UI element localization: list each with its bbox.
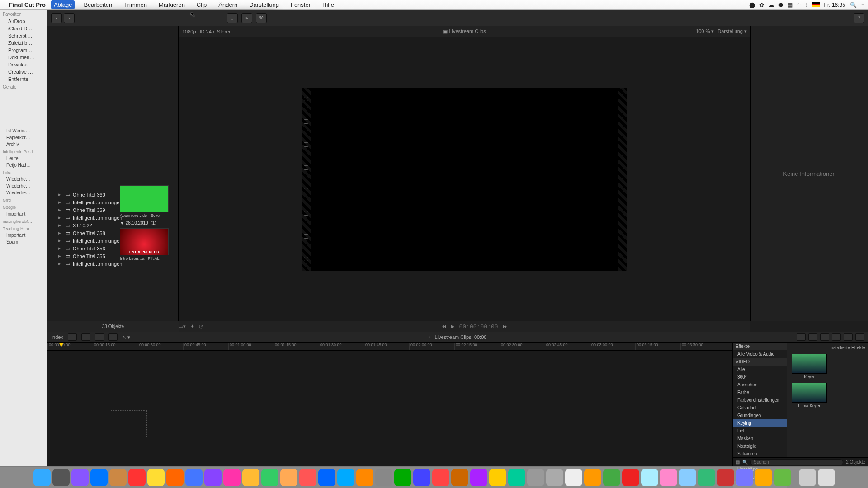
- connect-clip-button[interactable]: [68, 333, 77, 341]
- effects-category[interactable]: Grundlagen: [733, 412, 787, 419]
- input-source-flag-icon[interactable]: [812, 2, 820, 7]
- effects-category[interactable]: Alle: [733, 366, 787, 373]
- effects-category[interactable]: Nostalgie: [733, 442, 787, 450]
- overwrite-clip-button[interactable]: [108, 333, 118, 341]
- menu-ändern[interactable]: Ändern: [216, 0, 240, 9]
- mail-item[interactable]: Important: [0, 211, 47, 217]
- prev-button[interactable]: ⏮: [441, 324, 446, 329]
- dock-app[interactable]: [774, 469, 791, 486]
- menubar-extra-icon[interactable]: ☁: [769, 2, 774, 8]
- finder-item[interactable]: iCloud D…: [0, 25, 47, 32]
- zoom-level[interactable]: 100 % ▾: [696, 28, 714, 34]
- mail-item[interactable]: Important: [0, 232, 47, 239]
- keyword-button[interactable]: ⌁: [241, 13, 252, 23]
- wifi-icon[interactable]: ⌔: [797, 2, 800, 8]
- skimming-button[interactable]: [797, 333, 806, 341]
- finder-item[interactable]: Downloa…: [0, 61, 47, 68]
- dock-app[interactable]: [736, 469, 753, 486]
- clip-thumb[interactable]: ENTREPRENEUR: [120, 228, 169, 255]
- dock-app[interactable]: [755, 469, 772, 486]
- dock-app[interactable]: [52, 469, 70, 486]
- menubar-extra-icon[interactable]: ⬢: [778, 2, 783, 8]
- mail-item[interactable]: Petjo Had…: [0, 162, 47, 169]
- dock-app[interactable]: [717, 469, 734, 486]
- effects-browser-button[interactable]: [844, 333, 853, 341]
- dock-app[interactable]: [375, 469, 392, 486]
- finder-item[interactable]: Creative …: [0, 68, 47, 75]
- insert-clip-button[interactable]: [81, 333, 90, 341]
- index-button[interactable]: Index: [51, 334, 63, 340]
- back-history[interactable]: ‹: [429, 334, 431, 340]
- dock-app[interactable]: [527, 469, 544, 486]
- dock-app[interactable]: [109, 469, 127, 486]
- effect-thumb[interactable]: Luma-Keyer: [792, 383, 827, 408]
- dock-app[interactable]: [603, 469, 620, 486]
- dock-app[interactable]: [698, 469, 715, 486]
- timecode[interactable]: 00:00:00:00: [459, 323, 498, 330]
- dock-app[interactable]: [318, 469, 335, 486]
- dock-app[interactable]: [147, 469, 165, 486]
- mail-item[interactable]: Wiederhe…: [0, 189, 47, 196]
- solo-button[interactable]: [820, 333, 829, 341]
- play-button[interactable]: ▶: [451, 324, 454, 329]
- mail-item[interactable]: Archiv: [0, 141, 47, 148]
- bluetooth-icon[interactable]: ᛒ: [805, 2, 808, 8]
- dock-app[interactable]: [280, 469, 297, 486]
- dock-app[interactable]: [584, 469, 601, 486]
- dock-app[interactable]: [413, 469, 430, 486]
- menu-clip[interactable]: Clip: [194, 0, 209, 9]
- dock-app[interactable]: [356, 469, 373, 486]
- menu-markieren[interactable]: Markieren: [156, 0, 188, 9]
- back-button[interactable]: ‹: [51, 13, 62, 23]
- effects-category[interactable]: Alle Video & Audio: [733, 350, 787, 358]
- effects-layout-icon[interactable]: ▦: [736, 460, 740, 465]
- viewer[interactable]: [179, 37, 750, 321]
- finder-item[interactable]: Schreibti…: [0, 32, 47, 39]
- menubar-extra-icon[interactable]: ▤: [788, 2, 793, 8]
- effects-category[interactable]: Aussehen: [733, 381, 787, 389]
- dock-app[interactable]: [71, 469, 89, 486]
- menubar-extra-icon[interactable]: ⬤: [749, 2, 755, 8]
- dock-app[interactable]: [470, 469, 487, 486]
- finder-item[interactable]: AirDrop: [0, 18, 47, 25]
- date-group[interactable]: ▼ 28.10.2019 (1): [120, 221, 179, 225]
- finder-item[interactable]: Zuletzt b…: [0, 39, 47, 47]
- effect-thumb[interactable]: Keyer: [792, 354, 827, 379]
- view-menu[interactable]: Darstellung ▾: [717, 28, 747, 34]
- finder-item[interactable]: Program…: [0, 47, 47, 54]
- mail-item[interactable]: Spam: [0, 239, 47, 245]
- dock-app[interactable]: [185, 469, 203, 486]
- dock-app[interactable]: [299, 469, 316, 486]
- effects-category[interactable]: 360°: [733, 373, 787, 381]
- dock-app[interactable]: [394, 469, 411, 486]
- dock-app[interactable]: [660, 469, 677, 486]
- dock-app[interactable]: [128, 469, 146, 486]
- dock-app[interactable]: [679, 469, 696, 486]
- menubar-extra-icon[interactable]: ✿: [760, 2, 764, 8]
- dock-app[interactable]: [204, 469, 222, 486]
- dock-app[interactable]: [261, 469, 278, 486]
- clip-thumb[interactable]: [120, 185, 169, 212]
- dock-app[interactable]: [451, 469, 468, 486]
- effects-category[interactable]: Farbe: [733, 389, 787, 396]
- transitions-browser-button[interactable]: [855, 333, 864, 341]
- arrow-tool[interactable]: ↖ ▾: [122, 334, 130, 340]
- next-button[interactable]: ⏭: [503, 324, 508, 329]
- dock-app[interactable]: [565, 469, 582, 486]
- effects-search-input[interactable]: [750, 459, 843, 465]
- dock-app[interactable]: [166, 469, 184, 486]
- menu-darstellung[interactable]: Darstellung: [246, 0, 282, 9]
- dock-app[interactable]: [33, 469, 51, 486]
- timeline-ruler[interactable]: 00:00:00:0000:00:15:0000:00:30:0000:00:4…: [47, 343, 732, 351]
- dock-app[interactable]: [622, 469, 639, 486]
- dock-app[interactable]: [546, 469, 563, 486]
- audio-skim-button[interactable]: [808, 333, 817, 341]
- timeline[interactable]: 00:00:00:0000:00:15:0000:00:30:0000:00:4…: [47, 343, 732, 466]
- dock-app[interactable]: [489, 469, 506, 486]
- tool-popup[interactable]: ▭▾: [179, 324, 186, 329]
- append-clip-button[interactable]: [95, 333, 104, 341]
- fullscreen-icon[interactable]: ⛶: [745, 324, 750, 329]
- spotlight-icon[interactable]: 🔍: [850, 2, 857, 8]
- dock-app[interactable]: [432, 469, 449, 486]
- mail-item[interactable]: Ist Werbu…: [0, 127, 47, 134]
